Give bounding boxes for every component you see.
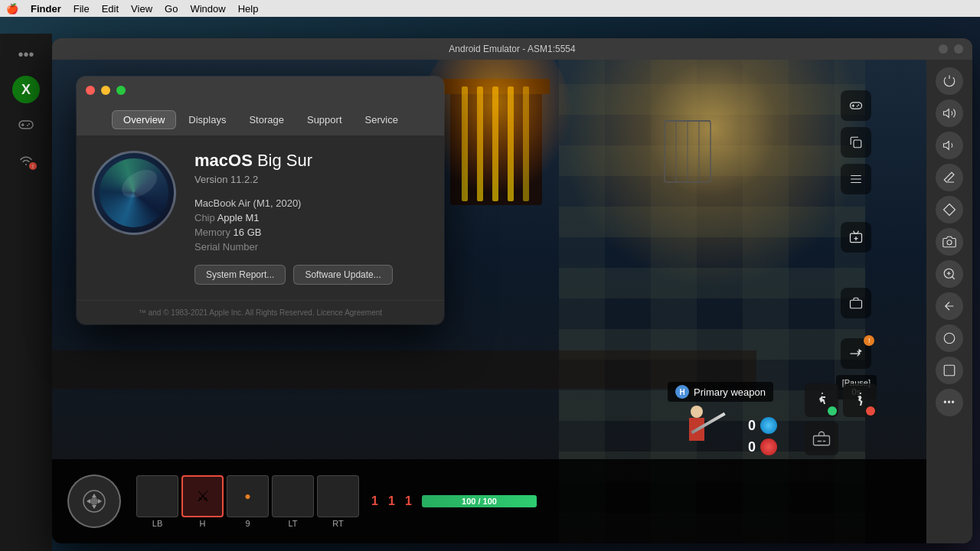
svg-point-3 xyxy=(28,123,30,125)
tab-storage[interactable]: Storage xyxy=(238,111,295,129)
file-menu[interactable]: File xyxy=(74,3,90,15)
add-icon[interactable] xyxy=(841,222,871,253)
svg-point-42 xyxy=(944,333,955,344)
game-character xyxy=(681,406,712,452)
software-update-button[interactable]: Software Update... xyxy=(293,265,392,285)
go-menu[interactable]: Go xyxy=(165,3,178,15)
dialog-close-btn[interactable] xyxy=(86,86,95,95)
weapon-tooltip: H Primary weapon xyxy=(668,382,773,402)
system-report-button[interactable]: System Report... xyxy=(194,265,286,285)
xbox-logo[interactable]: X xyxy=(12,76,40,103)
sidebar-zoom-btn[interactable] xyxy=(936,260,963,288)
memory-row: Memory 16 GB xyxy=(194,227,429,238)
left-streaming-panel: ••• X ! xyxy=(0,34,52,551)
stat-2: 1 xyxy=(388,494,399,508)
joystick-button[interactable] xyxy=(67,474,121,528)
svg-rect-8 xyxy=(462,86,468,201)
slot-9[interactable]: ● 9 xyxy=(227,475,269,528)
emulator-close[interactable] xyxy=(954,44,963,54)
slot-h-box[interactable]: ⚔ xyxy=(181,475,224,517)
sidebar-diamond-btn[interactable] xyxy=(936,196,963,223)
weapon-tooltip-icon: H xyxy=(675,385,689,399)
skill-icons xyxy=(805,383,877,455)
sidebar-camera-btn[interactable] xyxy=(936,228,963,256)
more-options-button[interactable]: ••• xyxy=(18,46,34,64)
serial-label: Serial Number xyxy=(194,241,258,253)
slot-9-box[interactable]: ● xyxy=(227,475,269,517)
weapon-hud-icon[interactable]: ! xyxy=(841,338,871,369)
os-avatar-inner xyxy=(100,158,168,227)
svg-point-38 xyxy=(947,240,952,245)
svg-rect-2 xyxy=(21,125,24,126)
tab-overview[interactable]: Overview xyxy=(112,110,176,129)
svg-rect-35 xyxy=(814,436,830,445)
copy-hud-icon[interactable] xyxy=(841,127,871,158)
controller-icon[interactable] xyxy=(17,116,35,138)
slot-9-icon: ● xyxy=(244,490,250,502)
health-bar-container: 100 / 100 xyxy=(422,495,537,507)
sidebar-volume-down-btn[interactable] xyxy=(936,132,963,159)
hud-stats: 1 1 1 100 / 100 xyxy=(371,494,537,508)
window-menu[interactable]: Window xyxy=(190,3,225,15)
slot-lb-label: LB xyxy=(152,519,162,528)
blue-currency-icon xyxy=(760,417,777,434)
slot-h[interactable]: ⚔ H xyxy=(181,475,224,528)
svg-rect-11 xyxy=(508,86,514,201)
skill-bag-icon[interactable] xyxy=(805,422,838,455)
finder-menu[interactable]: Finder xyxy=(31,3,61,15)
svg-point-26 xyxy=(857,106,858,107)
memory-label: Memory xyxy=(194,227,230,238)
slot-9-label: 9 xyxy=(245,519,250,528)
stat-3: 1 xyxy=(405,494,416,508)
os-version: Version 11.2.2 xyxy=(194,174,429,185)
edit-menu[interactable]: Edit xyxy=(102,3,119,15)
tab-support[interactable]: Support xyxy=(296,111,353,129)
dialog-body: macOS Big Sur Version 11.2.2 MacBook Air… xyxy=(77,135,444,300)
slot-rt-label: RT xyxy=(332,519,343,528)
help-menu[interactable]: Help xyxy=(238,3,259,15)
slot-rt-box[interactable] xyxy=(317,475,359,517)
os-title: macOS Big Sur xyxy=(194,151,429,171)
view-menu[interactable]: View xyxy=(131,3,152,15)
skill-run-icon[interactable] xyxy=(805,383,838,417)
slot-lt-box[interactable] xyxy=(272,475,314,517)
tab-service[interactable]: Service xyxy=(354,111,409,129)
chip-label: Chip xyxy=(194,212,215,223)
slot-rt[interactable]: RT xyxy=(317,475,359,528)
sidebar-volume-up-btn[interactable] xyxy=(936,99,963,127)
skill-red-dot xyxy=(866,406,875,416)
skill-dash-icon[interactable] xyxy=(843,383,877,417)
tab-displays[interactable]: Displays xyxy=(178,111,237,129)
os-avatar xyxy=(92,151,176,235)
dialog-minimize-btn[interactable] xyxy=(101,86,110,95)
menu-hud-icon[interactable] xyxy=(841,164,871,194)
apple-menu[interactable]: 🍎 xyxy=(6,3,18,15)
stat-row: 1 1 1 100 / 100 xyxy=(371,494,537,508)
svg-point-4 xyxy=(27,125,28,126)
controller-hud-icon[interactable] xyxy=(841,90,871,121)
slot-lb[interactable]: LB xyxy=(136,475,178,528)
red-currency-row: 0 xyxy=(748,439,777,455)
emulator-minimize[interactable] xyxy=(939,44,948,54)
memory-value: 16 GB xyxy=(234,227,262,238)
weapon-tooltip-text: Primary weapon xyxy=(694,386,766,398)
sidebar-square-btn[interactable] xyxy=(936,357,963,384)
chip-value: Apple M1 xyxy=(217,212,260,223)
red-currency-icon xyxy=(760,439,777,455)
slot-lb-box[interactable] xyxy=(136,475,178,517)
inventory-hud-icon[interactable] xyxy=(841,288,871,318)
sidebar-power-btn[interactable] xyxy=(936,67,963,95)
inventory-slots: LB ⚔ H ● 9 xyxy=(136,475,359,528)
svg-rect-7 xyxy=(443,79,550,94)
about-dialog: Overview Displays Storage Support Servic… xyxy=(77,77,444,324)
sidebar-eraser-btn[interactable] xyxy=(936,164,963,191)
sidebar-more-btn[interactable]: ••• xyxy=(936,389,963,416)
sidebar-home-btn[interactable] xyxy=(936,324,963,352)
os-name-rest: Big Sur xyxy=(253,151,312,170)
sidebar-back-btn[interactable] xyxy=(936,292,963,320)
chip-row: Chip Apple M1 xyxy=(194,212,429,223)
mac-menubar: 🍎 Finder File Edit View Go Window Help xyxy=(0,0,980,17)
slot-lt[interactable]: LT xyxy=(272,475,314,528)
dialog-zoom-btn[interactable] xyxy=(116,86,126,95)
wifi-icon: ! xyxy=(17,150,35,168)
